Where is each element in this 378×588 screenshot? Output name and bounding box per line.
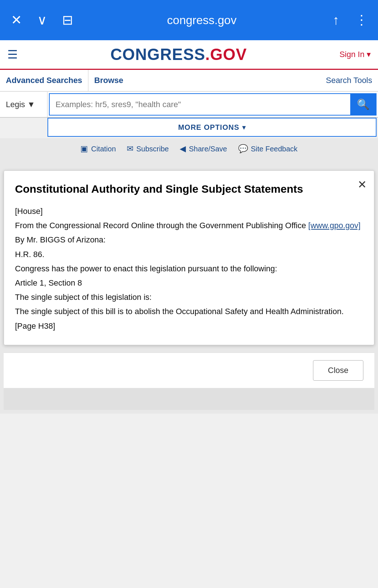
more-options-bar[interactable]: MORE OPTIONS ▾ <box>47 118 377 137</box>
filter-icon[interactable]: ⊟ <box>58 12 77 28</box>
bottom-hint-bar <box>4 388 374 410</box>
action-bar: ▣ Citation ✉ Subscribe ◀ Share/Save 💬 Si… <box>0 138 378 159</box>
search-type-chevron: ▼ <box>27 100 35 109</box>
modal-line-5: Congress has the power to enact this leg… <box>15 262 363 275</box>
share-browser-icon[interactable]: ↑ <box>327 12 345 28</box>
modal-overlay: ✕ Constitutional Authority and Single Su… <box>4 170 374 410</box>
page-content: ✕ Constitutional Authority and Single Su… <box>0 159 378 414</box>
search-icon: 🔍 <box>357 98 370 110</box>
search-input[interactable] <box>50 95 350 114</box>
more-options-chevron: ▾ <box>242 123 246 132</box>
modal-line-6: Article 1, Section 8 <box>15 276 363 289</box>
logo-dot: . <box>205 45 210 64</box>
sign-in-button[interactable]: Sign In ▾ <box>339 50 371 59</box>
logo-gov-text: GOV <box>210 45 247 64</box>
subscribe-label: Subscribe <box>136 145 169 153</box>
gpo-link[interactable]: [www.gpo.gov] <box>308 221 360 230</box>
subscribe-icon: ✉ <box>127 144 133 154</box>
browser-chrome: ✕ ∨ ⊟ congress.gov ↑ ⋮ <box>0 0 378 40</box>
site-logo[interactable]: CONGRESS . GOV <box>110 45 247 64</box>
modal-body: [House] From the Congressional Record On… <box>15 205 363 332</box>
logo-congress-text: CONGRESS <box>110 45 205 64</box>
modal-line-7: The single subject of this legislation i… <box>15 291 363 304</box>
hamburger-menu-icon[interactable]: ☰ <box>7 48 18 61</box>
nav-browse[interactable]: Browse <box>88 70 129 91</box>
nav-advanced-searches[interactable]: Advanced Searches <box>6 70 88 91</box>
modal-line-4: H.R. 86. <box>15 248 363 261</box>
citation-icon: ▣ <box>80 144 88 154</box>
modal-line-2: From the Congressional Record Online thr… <box>15 219 363 232</box>
citation-action[interactable]: ▣ Citation <box>80 144 116 154</box>
search-type-label: Legis <box>6 100 25 109</box>
subscribe-action[interactable]: ✉ Subscribe <box>127 144 169 154</box>
citation-label: Citation <box>91 145 116 153</box>
search-input-wrapper: 🔍 <box>49 93 377 116</box>
feedback-label: Site Feedback <box>251 145 298 153</box>
feedback-icon: 💬 <box>238 144 248 154</box>
share-action[interactable]: ◀ Share/Save <box>180 144 227 154</box>
modal-line-1: [House] <box>15 205 363 218</box>
modal-title: Constitutional Authority and Single Subj… <box>15 182 363 196</box>
modal-dialog: ✕ Constitutional Authority and Single Su… <box>4 170 374 345</box>
site-header: ☰ CONGRESS . GOV Sign In ▾ <box>0 40 378 70</box>
search-type-selector[interactable]: Legis ▼ <box>0 92 47 117</box>
modal-close-x-button[interactable]: ✕ <box>358 178 367 191</box>
modal-footer: Close <box>4 353 374 388</box>
share-save-icon: ◀ <box>180 144 186 154</box>
nav-search-tools[interactable]: Search Tools <box>326 76 372 85</box>
modal-line-8: The single subject of this bill is to ab… <box>15 305 363 318</box>
share-label: Share/Save <box>189 145 227 153</box>
more-options-label: MORE OPTIONS <box>178 123 240 132</box>
chevron-down-icon[interactable]: ∨ <box>33 12 51 28</box>
modal-line-9: [Page H38] <box>15 320 363 332</box>
more-browser-icon[interactable]: ⋮ <box>352 12 371 28</box>
search-button[interactable]: 🔍 <box>350 94 376 115</box>
close-tab-icon[interactable]: ✕ <box>7 12 26 28</box>
nav-bar: Advanced Searches Browse Search Tools <box>0 70 378 92</box>
feedback-action[interactable]: 💬 Site Feedback <box>238 144 298 154</box>
modal-line-3: By Mr. BIGGS of Arizona: <box>15 233 363 246</box>
url-bar[interactable]: congress.gov <box>84 14 320 27</box>
search-bar-container: Legis ▼ 🔍 <box>0 92 378 118</box>
modal-close-button[interactable]: Close <box>313 360 363 381</box>
